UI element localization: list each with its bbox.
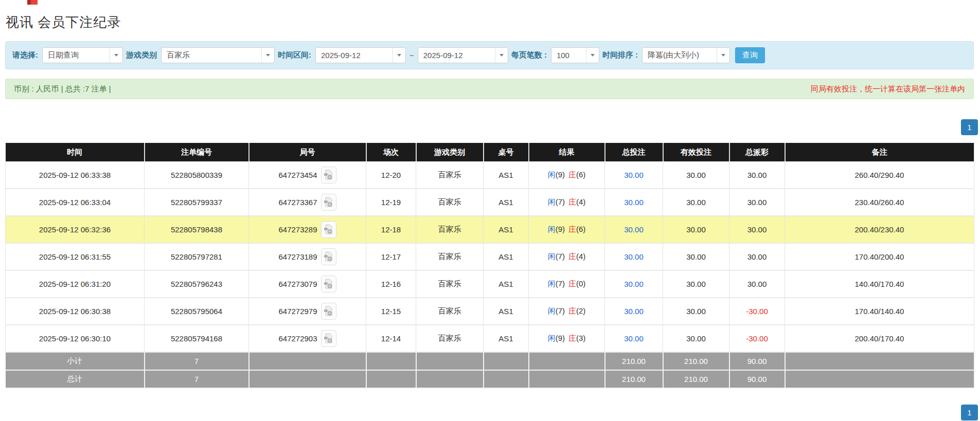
cell-payout: 30.00 bbox=[729, 270, 785, 298]
cell-valid-bet: 30.00 bbox=[663, 161, 729, 189]
page-title: 视讯 会员下注纪录 bbox=[6, 13, 121, 31]
total-bet-link[interactable]: 30.00 bbox=[624, 225, 644, 234]
result-player-points: (7) bbox=[556, 306, 565, 315]
total-bet-link[interactable]: 30.00 bbox=[624, 252, 644, 261]
cell-round-no: 647272979 bbox=[249, 298, 366, 325]
cell-time: 2025-09-12 06:32:36 bbox=[6, 216, 145, 243]
cell-round-no: 647273079 bbox=[249, 270, 366, 298]
round-no-text: 647273367 bbox=[278, 198, 317, 207]
cell-game-type: 百家乐 bbox=[416, 216, 484, 243]
header-session: 场次 bbox=[366, 143, 416, 161]
round-no-text: 647273289 bbox=[278, 225, 317, 234]
game-type-label: 游戏类别 bbox=[126, 50, 157, 60]
video-replay-button[interactable] bbox=[321, 221, 336, 238]
result-player: 闲 bbox=[548, 334, 556, 342]
cell-result: 闲(7)庄(0) bbox=[529, 270, 605, 298]
total-total-bet: 210.00 bbox=[605, 370, 663, 388]
result-banker-points: (6) bbox=[576, 225, 585, 233]
total-row: 总计 7 210.00 210.00 90.00 bbox=[6, 370, 974, 388]
cell-remark: 170.40/200.40 bbox=[785, 243, 974, 270]
cell-total-bet: 30.00 bbox=[605, 270, 663, 298]
per-page-select[interactable]: 100 bbox=[551, 47, 599, 63]
total-bet-link[interactable]: 30.00 bbox=[624, 307, 644, 316]
date-from-select[interactable]: 2025-09-12 bbox=[315, 47, 406, 63]
cell-table-no: AS1 bbox=[484, 216, 529, 243]
cell-time: 2025-09-12 06:30:38 bbox=[6, 298, 145, 325]
game-type-value: 百家乐 bbox=[162, 50, 195, 60]
page-1-button[interactable]: 1 bbox=[961, 119, 978, 135]
result-banker: 庄 bbox=[568, 334, 576, 342]
subtotal-payout: 90.00 bbox=[729, 352, 785, 370]
total-bet-link[interactable]: 30.00 bbox=[624, 334, 644, 343]
video-replay-button[interactable] bbox=[321, 276, 336, 292]
cell-game-type: 百家乐 bbox=[416, 189, 484, 216]
cell-total-bet: 30.00 bbox=[605, 243, 663, 270]
page-1-button[interactable]: 1 bbox=[961, 405, 978, 420]
date-to-value: 2025-09-12 bbox=[418, 51, 468, 60]
game-type-select[interactable]: 百家乐 bbox=[161, 47, 275, 63]
video-replay-button[interactable] bbox=[321, 167, 336, 184]
cell-payout: 30.00 bbox=[729, 161, 785, 189]
header-valid-bet: 有效投注 bbox=[663, 143, 729, 161]
cell-game-type: 百家乐 bbox=[416, 325, 484, 352]
result-banker: 庄 bbox=[568, 170, 576, 179]
cell-session: 12-15 bbox=[366, 298, 416, 325]
total-payout: 90.00 bbox=[729, 370, 785, 388]
per-page-value: 100 bbox=[551, 51, 575, 60]
result-player-points: (9) bbox=[556, 334, 565, 342]
cell-valid-bet: 30.00 bbox=[663, 270, 729, 298]
cell-table-no: AS1 bbox=[484, 325, 529, 352]
result-banker: 庄 bbox=[568, 279, 576, 288]
total-bet-link[interactable]: 30.00 bbox=[624, 171, 644, 179]
cell-bet-no: 522805798438 bbox=[145, 216, 249, 243]
cell-total-bet: 30.00 bbox=[605, 216, 663, 243]
subtotal-row: 小计 7 210.00 210.00 90.00 bbox=[6, 352, 974, 370]
result-banker: 庄 bbox=[568, 306, 576, 315]
table-row: 2025-09-12 06:33:38 522805800339 6472734… bbox=[6, 161, 974, 189]
table-row: 2025-09-12 06:31:55 522805797281 6472731… bbox=[6, 243, 974, 270]
video-icon bbox=[324, 170, 333, 180]
cell-payout: -30.00 bbox=[729, 325, 785, 352]
cell-bet-no: 522805800339 bbox=[145, 161, 249, 189]
video-icon bbox=[324, 333, 333, 344]
result-player: 闲 bbox=[548, 306, 556, 315]
video-replay-button[interactable] bbox=[321, 303, 336, 320]
cell-time: 2025-09-12 06:33:38 bbox=[6, 161, 145, 189]
subtotal-valid-bet: 210.00 bbox=[663, 352, 729, 370]
date-from-value: 2025-09-12 bbox=[316, 51, 366, 60]
cell-session: 12-18 bbox=[366, 216, 416, 243]
round-no-text: 647273454 bbox=[278, 171, 317, 179]
cell-session: 12-17 bbox=[366, 243, 416, 270]
query-type-select[interactable]: 日期查询 bbox=[42, 47, 123, 63]
video-replay-button[interactable] bbox=[321, 194, 336, 211]
date-to-select[interactable]: 2025-09-12 bbox=[418, 47, 508, 63]
table-body: 2025-09-12 06:33:38 522805800339 6472734… bbox=[6, 161, 974, 352]
time-sort-select[interactable]: 降冪(由大到小) bbox=[642, 47, 730, 63]
round-no-text: 647273189 bbox=[278, 252, 317, 261]
cell-remark: 140.40/170.40 bbox=[785, 270, 974, 298]
result-banker-points: (6) bbox=[576, 170, 585, 179]
video-replay-button[interactable] bbox=[321, 330, 336, 347]
table-row: 2025-09-12 06:31:20 522805796243 6472730… bbox=[6, 270, 974, 298]
per-page-label: 每页笔数 : bbox=[511, 50, 547, 60]
result-player: 闲 bbox=[548, 279, 556, 288]
range-tilde: ~ bbox=[409, 51, 414, 60]
total-bet-link[interactable]: 30.00 bbox=[624, 280, 644, 288]
result-player: 闲 bbox=[548, 197, 556, 206]
cell-result: 闲(7)庄(4) bbox=[529, 243, 605, 270]
header-round-no: 局号 bbox=[249, 143, 366, 161]
round-no-text: 647273079 bbox=[278, 280, 317, 288]
search-button[interactable]: 查询 bbox=[735, 47, 765, 63]
total-valid-bet: 210.00 bbox=[663, 370, 729, 388]
result-banker-points: (4) bbox=[576, 252, 585, 261]
pagination-top: 1 bbox=[961, 119, 978, 135]
currency-total-text: 币别 : 人民币 | 总共 :7 注单 | bbox=[14, 84, 111, 94]
cell-table-no: AS1 bbox=[484, 189, 529, 216]
cell-bet-no: 522805796243 bbox=[145, 270, 249, 298]
video-icon bbox=[324, 306, 333, 317]
video-replay-button[interactable] bbox=[321, 248, 336, 265]
betting-records-table: 时间 注单编号 局号 场次 游戏类别 桌号 结果 总投注 有效投注 总派彩 备注… bbox=[5, 143, 975, 389]
cell-valid-bet: 30.00 bbox=[663, 189, 729, 216]
total-bet-link[interactable]: 30.00 bbox=[624, 198, 644, 207]
cell-table-no: AS1 bbox=[484, 270, 529, 298]
